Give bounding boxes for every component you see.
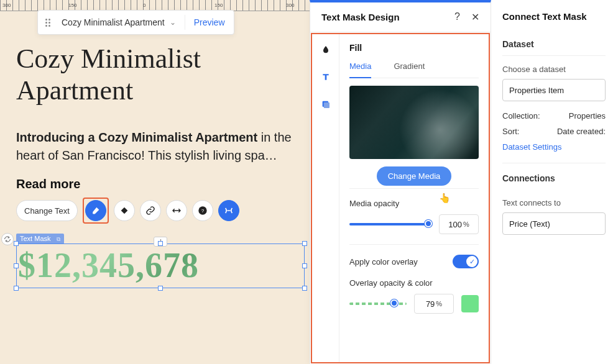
dataset-select[interactable]: Properties Item (502, 79, 606, 101)
layers-icon (321, 99, 331, 109)
connects-to-select[interactable]: Price (Text) (502, 212, 606, 235)
change-media-button[interactable]: Change Media (377, 166, 452, 186)
ruler-mark: 300 (286, 2, 294, 8)
connect-panel: Connect Text Mask Dataset Choose a datas… (491, 0, 613, 364)
collection-value: Properties (569, 111, 606, 121)
ruler-mark: 0 (143, 2, 145, 8)
resize-handle[interactable] (302, 263, 307, 268)
toolbar-selected-indicator (83, 198, 109, 224)
overlay-opacity-label: Overlay opacity & color (349, 278, 479, 288)
design-panel-header: Text Mask Design ? ✕ (310, 2, 491, 32)
toggle-knob-check-icon: ✓ (466, 256, 477, 267)
design-panel-content: Fill Media Gradient Change Media Media o… (339, 34, 489, 362)
element-toolbar: Change Text ? (16, 198, 308, 224)
intro-paragraph: Introducing a Cozy Minimalist Apartment … (16, 129, 308, 165)
collection-key: Collection: (502, 111, 540, 121)
subtab-gradient[interactable]: Gradient (394, 61, 425, 78)
data-icon (224, 206, 234, 216)
connects-to-label: Text connects to (502, 198, 606, 207)
tag-close-icon: ⧉ (57, 236, 60, 242)
text-mask-element[interactable]: Text Mask ⧉ ⤓ $12,345,678 (16, 232, 305, 288)
read-more-link[interactable]: Read more (16, 177, 308, 191)
resize-handle[interactable] (158, 241, 163, 246)
svg-text:?: ? (201, 208, 205, 214)
tab-fill[interactable] (319, 43, 333, 57)
selection-box[interactable]: ⤓ $12,345,678 (16, 243, 305, 288)
resize-handle[interactable] (158, 286, 163, 291)
divider (502, 163, 606, 163)
svg-rect-3 (323, 102, 329, 108)
brush-icon (91, 206, 101, 216)
resize-handle[interactable] (14, 286, 19, 291)
dataset-select-value: Properties Item (509, 86, 564, 95)
ruler-mark: 150 (214, 2, 223, 8)
sort-value: Date created: (557, 127, 606, 136)
dataset-heading: Dataset (502, 33, 606, 56)
stretch-button[interactable] (166, 200, 187, 221)
sort-key: Sort: (502, 127, 519, 136)
page-title: Cozy Minimalist Apartment (16, 43, 308, 106)
element-type-tag: Text Mask ⧉ (16, 234, 64, 244)
subtab-media[interactable]: Media (349, 61, 371, 78)
link-icon (145, 206, 155, 216)
canvas-content: Cozy Minimalist Apartment Introducing a … (16, 43, 308, 288)
help-icon: ? (198, 206, 208, 216)
element-type-label: Text Mask (20, 235, 51, 242)
media-preview[interactable] (349, 86, 479, 159)
overlay-toggle-label: Apply color overlay (349, 257, 418, 266)
overlay-opacity-section: Overlay opacity & color 79% (349, 278, 479, 324)
design-panel-body: Fill Media Gradient Change Media Media o… (311, 33, 490, 363)
resize-handle[interactable] (14, 241, 19, 246)
preview-button[interactable]: Preview (194, 17, 225, 27)
color-overlay-section: Apply color overlay ✓ (349, 244, 479, 278)
ruler-mark: 300 (2, 2, 11, 8)
refresh-icon (4, 235, 11, 243)
intro-bold: Introducing a Cozy Minimalist Apartment (16, 130, 257, 144)
choose-dataset-label: Choose a dataset (502, 65, 606, 74)
panel-close-button[interactable]: ✕ (471, 11, 479, 23)
page-name-dropdown[interactable]: Cozy Minimalist Apartment ⌄ (62, 17, 176, 27)
overlay-opacity-slider[interactable] (349, 303, 407, 305)
fill-subtabs: Media Gradient (349, 61, 479, 78)
overlay-opacity-value[interactable]: 79% (414, 294, 454, 314)
overlay-toggle[interactable]: ✓ (453, 255, 479, 268)
animation-button[interactable] (114, 200, 135, 221)
media-opacity-label: Media opacity (349, 199, 479, 208)
data-connect-button[interactable] (218, 200, 239, 221)
panel-help-button[interactable]: ? (454, 11, 460, 23)
tab-text[interactable] (319, 70, 333, 84)
resize-handle[interactable] (302, 241, 307, 246)
link-button[interactable] (140, 200, 161, 221)
drag-handle-icon[interactable] (43, 17, 53, 27)
design-panel-title: Text Mask Design (321, 12, 400, 22)
fill-heading: Fill (349, 43, 479, 53)
help-button[interactable]: ? (192, 200, 213, 221)
design-panel: Text Mask Design ? ✕ Fill Media Gradient (310, 0, 491, 364)
media-opacity-slider[interactable] (349, 223, 431, 225)
stretch-icon (172, 206, 182, 216)
tab-layout[interactable] (319, 98, 333, 111)
design-brush-button[interactable] (85, 200, 106, 221)
dataset-settings-link[interactable]: Dataset Settings (502, 142, 606, 152)
connect-panel-title: Connect Text Mask (502, 11, 606, 22)
chevron-down-icon: ⌄ (170, 18, 176, 27)
connects-to-value: Price (Text) (509, 219, 550, 229)
overlay-color-swatch[interactable] (461, 295, 479, 312)
page-name-label: Cozy Minimalist Apartment (62, 17, 165, 27)
connections-heading: Connections (502, 173, 606, 189)
resize-handle[interactable] (302, 286, 307, 291)
divider (185, 15, 185, 30)
droplet-icon (321, 45, 331, 55)
text-mask-value: $12,345,678 (18, 247, 303, 286)
text-icon (321, 72, 331, 82)
media-opacity-value[interactable]: 100% (439, 214, 479, 234)
design-panel-tabs (312, 34, 339, 362)
animation-icon (119, 206, 129, 216)
media-opacity-section: Media opacity 100% (349, 188, 479, 244)
change-text-button[interactable]: Change Text (16, 200, 78, 221)
sort-row: Sort: Date created: (502, 127, 606, 136)
collection-row: Collection: Properties (502, 111, 606, 121)
resize-handle[interactable] (14, 263, 19, 268)
ruler-mark: 150 (68, 2, 76, 8)
dataset-badge-icon[interactable] (1, 233, 14, 245)
